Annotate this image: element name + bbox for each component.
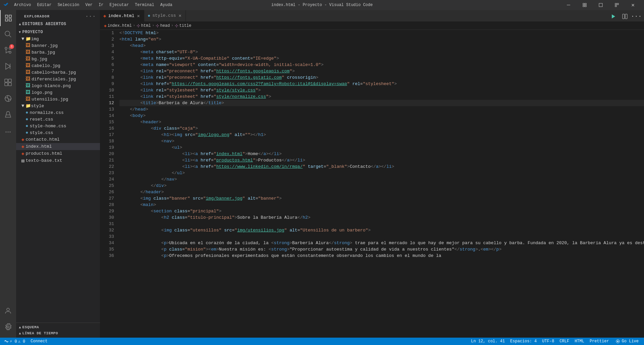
breadcrumb-html-tag[interactable]: ⊹ html [137,23,151,28]
run-activity-icon[interactable] [0,58,16,74]
svg-point-25 [8,132,9,133]
editores-abiertos-header[interactable]: ▶ EDITORES ABIERTOS [16,21,100,27]
folder-img[interactable]: ▼ 📁 img [16,36,100,42]
breadcrumb-head-tag[interactable]: ⊹ head [156,23,170,28]
file-banner-jpg[interactable]: 🖼 banner.jpg [16,42,100,49]
source-control-activity-icon[interactable]: 1 [0,42,16,58]
code-line-20: <li><a href="index.html">Home</a></li> [119,151,644,157]
file-style-home-css[interactable]: ● style-home.css [16,123,100,129]
tab-index-html-close[interactable]: ✕ [136,13,140,19]
more-activity-icon[interactable] [0,124,16,140]
breadcrumb-index-html[interactable]: ◈ index.html [104,23,132,28]
sidebar-more-button[interactable]: ··· [85,13,96,19]
connect-button[interactable]: Connect [29,339,49,344]
menu-seleccion[interactable]: Selección [55,2,82,8]
breadcrumb-html-label: html [141,23,151,28]
menu-archivo[interactable]: Archivo [11,2,34,8]
menu-ver[interactable]: Ver [83,2,95,8]
remote-activity-icon[interactable] [0,90,16,107]
minimize-button[interactable] [561,0,576,10]
svg-rect-17 [5,79,8,82]
more-button[interactable] [609,0,625,10]
folder-style[interactable]: ▼ 📁 style [16,102,100,109]
code-line-28: <main> [119,202,644,208]
file-texto-base-txt[interactable]: ▤ texto-base.txt [16,157,100,164]
tab-style-css-close[interactable]: ✕ [178,12,182,19]
maximize-button[interactable] [593,0,608,10]
breadcrumb-head-icon: ⊹ [156,23,159,28]
jpg-icon: 🖼 [25,43,30,48]
file-contacto-html[interactable]: ◈ contacto.html [16,136,100,143]
test-activity-icon[interactable] [0,107,16,123]
breadcrumb-title-tag[interactable]: ⊹ title [175,23,192,28]
code-line-29: <section class="principal"> [119,208,644,214]
file-reset-css[interactable]: ● reset.css [16,116,100,123]
file-productos-html[interactable]: ◈ productos.html [16,150,100,157]
window-controls[interactable]: ✕ [561,0,641,10]
file-bg-jpg[interactable]: 🖼 bg.jpg [16,56,100,62]
encoding[interactable]: UTF-8 [541,339,555,344]
menu-terminal[interactable]: Terminal [132,2,157,8]
run-button[interactable] [608,11,619,21]
line-num-20: 20 [103,151,114,157]
timeline-section[interactable]: ▶ LÍNEA DE TIEMPO [16,330,100,336]
title-bar-menu[interactable]: Archivo Editar Selección Ver Ir Ejecutar… [11,2,175,8]
line-ending-label: CRLF [559,339,569,344]
title-bar: Archivo Editar Selección Ver Ir Ejecutar… [0,0,644,10]
esquema-section[interactable]: ▶ ESQUEMA [16,324,100,330]
menu-ejecutar[interactable]: Ejecutar [107,2,131,8]
close-button[interactable]: ✕ [625,0,641,10]
proyecto-chevron: ▼ [19,30,21,34]
folder-icon: ▼ [21,103,24,109]
indentation[interactable]: Espacios: 4 [509,339,538,344]
proyecto-header[interactable]: ▼ PROYECTO [16,29,100,36]
go-live-button[interactable]: Go Live [613,339,641,344]
menu-editar[interactable]: Editar [34,2,54,8]
settings-activity-icon[interactable] [0,319,16,335]
more-editor-button[interactable]: ··· [631,11,641,21]
file-normalize-css[interactable]: ● normalize.css [16,109,100,116]
file-style-css[interactable]: ● style.css [16,129,100,136]
language-mode[interactable]: HTML [573,339,586,344]
code-line-17: <h1><img src="img/logo.png" alt=""></h1> [119,132,644,138]
extensions-activity-icon[interactable] [0,74,16,90]
code-lines[interactable]: <!DOCTYPE html> <html lang="en"> <head> … [117,30,644,338]
file-cabello-jpg[interactable]: 🖼 cabello.jpg [16,62,100,69]
line-num-17: 17 [103,132,114,138]
code-line-32: <img class="utensillos" src="img/utensil… [119,227,644,233]
jpg-icon: 🖼 [25,50,30,55]
cursor-position[interactable]: Ln 12, col. 41 [470,339,506,344]
cursor-pos-label: Ln 12, col. 41 [471,339,505,344]
editores-abiertos-section: ▶ EDITORES ABIERTOS [16,21,100,27]
line-num-6: 6 [103,62,114,68]
file-utensilios-jpg[interactable]: 🖼 utensilios.jpg [16,96,100,102]
file-logo-blanco-png[interactable]: 🖼 logo-blanco.png [16,82,100,89]
menu-ir[interactable]: Ir [96,2,106,8]
file-logo-png[interactable]: 🖼 logo.png [16,89,100,96]
svg-point-33 [617,341,619,342]
remote-connect-button[interactable]: ⚡ 0 ⚠ 0 [3,339,26,344]
search-activity-icon[interactable] [0,26,16,42]
svg-rect-2 [585,3,586,5]
account-activity-icon[interactable] [0,303,16,319]
file-index-html[interactable]: ◈ index.html [16,143,100,150]
txt-icon: ▤ [21,158,24,163]
activity-bar-bottom [0,303,16,338]
file-diferenciales-jpg[interactable]: 🖼 diferenciales.jpg [16,76,100,82]
tab-style-css[interactable]: ● style.css ✕ [144,10,186,21]
window-title: index.html - Proyecto - Visual Studio Co… [271,3,373,7]
tab-index-html[interactable]: ◈ index.html ✕ [100,10,144,21]
line-num-22: 22 [103,163,114,170]
prettier-button[interactable]: Prettier [588,339,610,344]
code-line-5: <meta http-equiv="X-UA-Compatible" conte… [119,55,644,62]
menu-ayuda[interactable]: Ayuda [158,2,175,8]
file-barba-jpg[interactable]: 🖼 barba.jpg [16,49,100,56]
editor-content[interactable]: 1 2 3 4 5 6 7 8 9 10 11 12 13 14 15 16 1… [100,30,644,338]
explorer-activity-icon[interactable] [0,10,16,26]
file-cabello-barba-jpg[interactable]: 🖼 cabello+barba.jpg [16,69,100,76]
split-editor-button[interactable] [620,11,630,21]
line-num-16: 16 [103,125,114,132]
vscode-icon [3,2,9,8]
line-ending[interactable]: CRLF [558,339,571,344]
grid-button[interactable] [577,0,592,10]
